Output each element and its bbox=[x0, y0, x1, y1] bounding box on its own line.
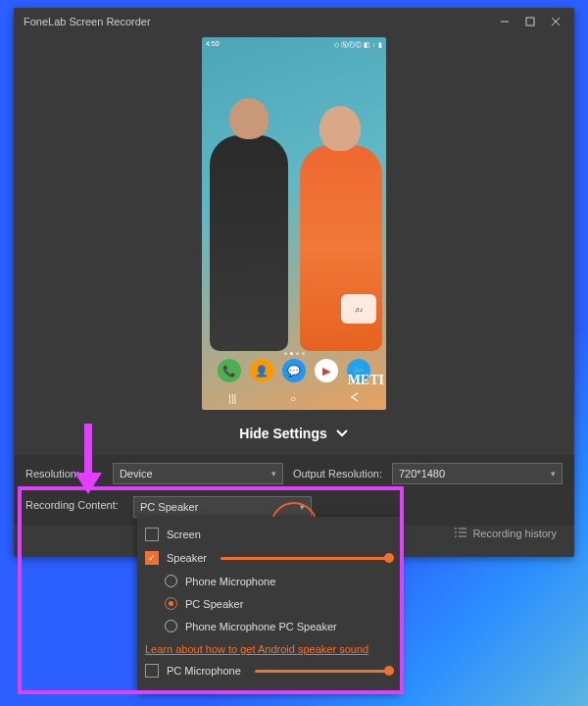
maximize-button[interactable] bbox=[517, 12, 543, 31]
phone-statusbar: 4:50 ◇ ⓃⒻⒸ ◧ ⫶ ▮ bbox=[206, 40, 382, 50]
option-pc-mic-label: PC Microphone bbox=[167, 665, 241, 677]
option-screen[interactable]: Screen bbox=[137, 523, 400, 546]
radio-selected-icon bbox=[165, 597, 177, 610]
person-left bbox=[210, 135, 288, 351]
minimize-button[interactable] bbox=[492, 12, 517, 31]
hide-settings-toggle[interactable]: Hide Settings bbox=[14, 416, 574, 455]
speaker-volume-slider[interactable] bbox=[220, 557, 392, 560]
option-pc-speaker[interactable]: PC Speaker bbox=[137, 592, 400, 615]
contacts-app-icon: 👤 bbox=[250, 359, 273, 382]
recent-icon: ||| bbox=[228, 393, 236, 404]
checkbox-unchecked-icon bbox=[145, 528, 159, 541]
recording-history-link[interactable]: Recording history bbox=[455, 528, 557, 539]
radio-unselected-icon bbox=[165, 575, 177, 587]
svg-rect-1 bbox=[526, 18, 534, 25]
phone-app-icon: 📞 bbox=[218, 359, 241, 382]
list-icon bbox=[455, 528, 466, 539]
settings-row-resolution: Resolution: Device ▾ Output Resolution: … bbox=[14, 455, 574, 492]
option-pc-microphone[interactable]: PC Microphone bbox=[137, 659, 400, 682]
option-phone-microphone[interactable]: Phone Microphone bbox=[137, 570, 400, 592]
hide-settings-label: Hide Settings bbox=[239, 426, 326, 441]
home-widget: ♬♪ bbox=[341, 294, 376, 324]
resolution-select[interactable]: Device ▾ bbox=[113, 463, 283, 484]
output-resolution-label: Output Resolution: bbox=[293, 468, 382, 479]
status-time: 4:50 bbox=[206, 40, 220, 50]
output-resolution-value: 720*1480 bbox=[399, 468, 445, 479]
option-combo-label: Phone Microphone PC Speaker bbox=[185, 621, 337, 632]
option-phone-mic-label: Phone Microphone bbox=[185, 576, 275, 587]
phone-preview: 4:50 ◇ ⓃⒻⒸ ◧ ⫶ ▮ ♬♪ 📞 👤 💬 ▶ 🐦 METI ||| bbox=[202, 37, 386, 410]
pc-mic-volume-slider[interactable] bbox=[255, 670, 392, 673]
chevron-down-icon: ▾ bbox=[551, 469, 556, 479]
checkbox-unchecked-icon bbox=[145, 664, 159, 678]
messages-app-icon: 💬 bbox=[282, 359, 306, 382]
app-window: FoneLab Screen Recorder 4:50 ◇ ⓃⒻⒸ ◧ ⫶ ▮… bbox=[14, 8, 574, 557]
checkbox-checked-icon: ✓ bbox=[145, 551, 159, 565]
titlebar: FoneLab Screen Recorder bbox=[14, 8, 574, 35]
resolution-label: Resolution: bbox=[25, 468, 103, 479]
output-resolution-select[interactable]: 720*1480 ▾ bbox=[392, 463, 563, 484]
option-speaker-label: Speaker bbox=[167, 552, 207, 564]
preview-area: 4:50 ◇ ⓃⒻⒸ ◧ ⫶ ▮ ♬♪ 📞 👤 💬 ▶ 🐦 METI ||| bbox=[14, 35, 574, 416]
slider-thumb[interactable] bbox=[384, 666, 394, 676]
option-speaker[interactable]: ✓ Speaker bbox=[137, 546, 400, 570]
chevron-down-icon bbox=[335, 426, 349, 441]
recording-content-label: Recording Content: bbox=[25, 496, 123, 511]
chevron-down-icon: ▾ bbox=[271, 469, 276, 479]
learn-android-speaker-link[interactable]: Learn about how to get Android speaker s… bbox=[137, 637, 400, 659]
option-phone-mic-pc-speaker[interactable]: Phone Microphone PC Speaker bbox=[137, 615, 400, 637]
back-icon bbox=[350, 392, 360, 404]
recording-content-dropdown: Screen ✓ Speaker Phone Microphone PC Spe… bbox=[137, 517, 400, 692]
page-indicator bbox=[202, 352, 386, 355]
recording-content-value: PC Speaker bbox=[140, 501, 198, 513]
close-button[interactable] bbox=[543, 12, 568, 31]
phone-navbar: ||| ○ bbox=[202, 392, 386, 404]
option-pc-speaker-label: PC Speaker bbox=[185, 598, 243, 610]
recording-history-label: Recording history bbox=[472, 528, 557, 539]
resolution-value: Device bbox=[120, 468, 153, 479]
status-right: ◇ ⓃⒻⒸ ◧ ⫶ ▮ bbox=[334, 40, 382, 50]
window-title: FoneLab Screen Recorder bbox=[24, 16, 492, 27]
radio-unselected-icon bbox=[165, 620, 177, 632]
metro-badge: METI bbox=[348, 373, 384, 388]
play-app-icon: ▶ bbox=[315, 359, 338, 382]
option-screen-label: Screen bbox=[167, 529, 201, 540]
home-icon: ○ bbox=[290, 393, 296, 404]
slider-thumb[interactable] bbox=[384, 553, 394, 563]
